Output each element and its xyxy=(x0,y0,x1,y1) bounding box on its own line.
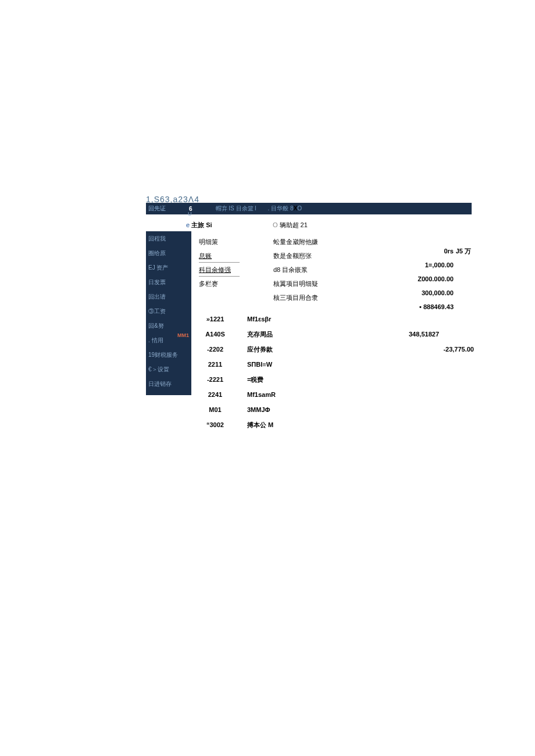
acct-code: »1221 xyxy=(195,311,236,327)
table-row[interactable]: -2221 =税费 xyxy=(195,372,486,387)
acct-code: 2211 xyxy=(195,357,236,372)
radio-ring-icon: O xyxy=(273,221,278,228)
topbar-label-2-text: 帽弃 IS 目余篮 l xyxy=(216,205,256,212)
amount-cell: 300,000.00 xyxy=(384,286,454,300)
table-row[interactable]: 2211 SΠBI≡W xyxy=(195,357,486,372)
page: 1,S63,a23Λ4 回先证 6 U 帽弃 IS 目余篮 l . 目华般 8X… xyxy=(0,0,535,756)
table-row[interactable]: “3002 搏本公 M xyxy=(195,417,486,432)
sidebar-item[interactable]: 圈给原 xyxy=(146,246,191,260)
radio-aux-label: 辆助超 21 xyxy=(280,221,308,228)
sidebar-item[interactable]: . 情用 MM1 xyxy=(146,333,191,347)
amount-cell: Z000.000.00 xyxy=(384,272,454,286)
acct-code: M01 xyxy=(195,402,236,417)
acct-name: =税费 xyxy=(247,372,317,387)
sidebar-item[interactable]: €＞设置 xyxy=(146,362,191,377)
acct-name: 应付券款 xyxy=(247,342,317,357)
radio-main[interactable]: e主旅 Si xyxy=(186,221,212,230)
sidebar-item[interactable]: 19财税服务 xyxy=(146,347,191,362)
top-bar: 回先证 6 U 帽弃 IS 目余篮 l . 目华般 8XO xyxy=(146,203,472,214)
sidebar-item-label: . 情用 xyxy=(148,337,163,343)
badge-mm: MM1 xyxy=(177,328,189,343)
mid-item[interactable]: 数是金额惌张 xyxy=(273,249,343,263)
link-multi-column[interactable]: 多栏赛 xyxy=(199,277,245,291)
topbar-label-2[interactable]: 帽弃 IS 目余篮 l xyxy=(216,205,256,213)
acct-name: 3MMJΦ xyxy=(247,402,317,417)
acct-name: SΠBI≡W xyxy=(247,357,317,372)
link-detail[interactable]: 明细策 xyxy=(199,235,245,249)
acct-code: -2202 xyxy=(195,342,236,357)
amount-cell: 1=,000.00 xyxy=(384,258,454,272)
mid-item[interactable]: 核翼项目明细疑 xyxy=(273,277,343,291)
topbar-u: U xyxy=(188,211,192,217)
link-label: 息账 xyxy=(199,249,212,263)
radio-aux[interactable]: O辆助超 21 xyxy=(273,221,308,230)
radio-row: e主旅 Si O辆助超 21 xyxy=(186,221,477,232)
table-row[interactable]: »1221 Mf1εsβr xyxy=(195,311,486,327)
acct-name: 搏本公 M xyxy=(247,417,317,432)
mid-item[interactable]: d8 目余嵌浆 xyxy=(273,263,343,277)
amount-column-2: J5 万 xyxy=(413,244,471,258)
link-balance[interactable]: 科目余修强 xyxy=(199,263,240,277)
sidebar-item[interactable]: 回出请 xyxy=(146,289,191,304)
col-header: J5 万 xyxy=(413,244,471,258)
table-row[interactable]: -2202 应付券款 -23,775.00 xyxy=(195,342,486,357)
report-mid-column: 蚣量金崴附他嫌 数是金额惌张 d8 目余嵌浆 核翼项目明细疑 核三项目用合隶 xyxy=(273,235,343,304)
acct-name: 充存周品 xyxy=(247,327,317,342)
acct-code: -2221 xyxy=(195,372,236,387)
sidebar-item[interactable]: 日发票 xyxy=(146,275,191,289)
acct-code: 2241 xyxy=(195,387,236,402)
sidebar-item[interactable]: 回程我 xyxy=(146,231,191,246)
radio-main-label: 主旅 Si xyxy=(191,221,212,228)
topbar-label-3-pre: . 目华般 8 xyxy=(268,205,294,212)
link-general-ledger[interactable]: 息账 xyxy=(199,249,240,263)
report-links-column: 明细策 息账 科目余修强 多栏赛 xyxy=(199,235,245,291)
mid-item[interactable]: 蚣量金崴附他嫌 xyxy=(273,235,343,249)
table-row[interactable]: 2241 Mf1samR xyxy=(195,387,486,402)
topbar-label-3[interactable]: . 目华般 8XO xyxy=(268,205,302,213)
acct-code: “3002 xyxy=(195,417,236,432)
sidebar-item[interactable]: EJ 资产 xyxy=(146,260,191,275)
link-label: 科目余修强 xyxy=(199,263,231,277)
table-row[interactable]: A140S 充存周品 348,51827 xyxy=(195,327,486,342)
sidebar-item[interactable]: 日进销存 xyxy=(146,377,191,395)
acct-name: Mf1εsβr xyxy=(247,311,317,327)
sidebar: 回程我 圈给原 EJ 资产 日发票 回出请 ③工资 回&努 . 情用 MM1 1… xyxy=(146,231,191,395)
acct-name: Mf1samR xyxy=(247,387,317,402)
account-table: »1221 Mf1εsβr A140S 充存周品 348,51827 -2202… xyxy=(195,311,486,432)
table-row[interactable]: M01 3MMJΦ xyxy=(195,402,486,417)
link-label: 多栏赛 xyxy=(199,280,218,287)
acct-code: A140S xyxy=(195,327,236,342)
mid-item[interactable]: 核三项目用合隶 xyxy=(273,291,343,304)
link-label: 明细策 xyxy=(199,238,218,245)
topbar-label-1[interactable]: 回先证 xyxy=(148,205,166,213)
acct-amt: -23,775.00 xyxy=(416,342,474,357)
topbar-label-3-suf: O xyxy=(297,205,302,212)
radio-dot-icon: e xyxy=(186,221,190,228)
sidebar-item[interactable]: ③工资 xyxy=(146,304,191,318)
acct-amt: 348,51827 xyxy=(381,327,439,342)
